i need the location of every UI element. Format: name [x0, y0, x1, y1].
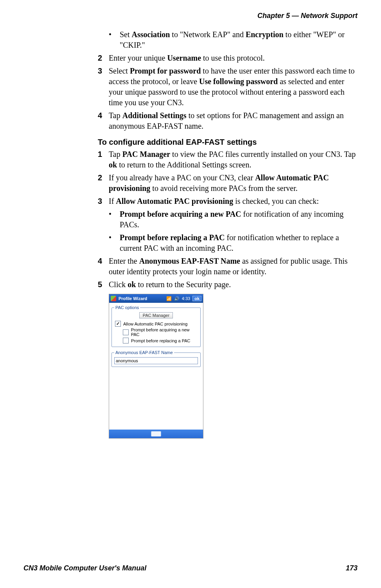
step-number: 3: [98, 196, 109, 207]
list-item: If you already have a PAC on your CN3, c…: [109, 173, 358, 194]
bullet-icon: •: [109, 232, 120, 254]
numbered-list-3: 4 Enter the Anonymous EAP-FAST Name as a…: [98, 256, 358, 290]
bullet-icon: •: [109, 29, 120, 50]
numbered-list-2: 1 Tap PAC Manager to view the PAC files …: [98, 149, 358, 207]
step-number: 5: [98, 279, 109, 290]
pac-manager-button[interactable]: PAC Manager: [139, 312, 173, 318]
list-item: Select Prompt for password to have the u…: [109, 66, 358, 108]
prompt-replace-label: Prompt before replacing a PAC: [131, 338, 190, 343]
allow-auto-pac-label: Allow Automatic PAC provisioning: [123, 322, 187, 326]
list-item: Enter the Anonymous EAP-FAST Name as ass…: [109, 256, 358, 277]
footer-manual-title: CN3 Mobile Computer User's Manual: [23, 564, 146, 572]
step-number: 4: [98, 110, 109, 131]
window-title: Profile Wizard: [119, 296, 164, 301]
list-item: Click ok to return to the Security page.: [109, 279, 358, 290]
prompt-acquire-label: Prompt before acquiring a new PAC: [131, 327, 198, 337]
sub-bullet-list: • Prompt before acquiring a new PAC for …: [109, 209, 358, 254]
speaker-icon[interactable]: 🔊: [174, 296, 180, 301]
subheading: To configure additional EAP-FAST setting…: [98, 138, 358, 147]
ok-button[interactable]: ok: [192, 296, 201, 301]
pac-options-legend: PAC options: [114, 305, 140, 310]
allow-auto-pac-checkbox[interactable]: [115, 321, 121, 327]
footer-page-number: 173: [346, 564, 358, 572]
device-screenshot: Profile Wizard 📶 🔊 4:33 ok PAC options P…: [109, 294, 203, 439]
window-titlebar: Profile Wizard 📶 🔊 4:33 ok: [109, 294, 203, 303]
clock-text: 4:33: [182, 296, 190, 301]
step-number: 4: [98, 256, 109, 277]
prompt-acquire-checkbox[interactable]: [123, 329, 129, 335]
anonymous-name-group: Anonymous EAP-FAST Name: [111, 350, 201, 367]
running-header: Chapter 5 — Network Support: [23, 12, 358, 20]
numbered-list-1: 2 Enter your unique Username to use this…: [98, 53, 358, 131]
step-number: 1: [98, 149, 109, 170]
list-item: Set Association to "Network EAP" and Enc…: [120, 29, 358, 50]
list-item: Enter your unique Username to use this p…: [109, 53, 358, 63]
step-number: 3: [98, 66, 109, 108]
list-item: Prompt before replacing a PAC for notifi…: [120, 232, 358, 254]
blank-area: [111, 370, 201, 429]
list-item: Tap PAC Manager to view the PAC files cu…: [109, 149, 358, 170]
bullet-list: • Set Association to "Network EAP" and E…: [109, 29, 358, 50]
bullet-icon: •: [109, 209, 120, 230]
list-item: Prompt before acquiring a new PAC for no…: [120, 209, 358, 230]
list-item: If Allow Automatic PAC provisioning is c…: [109, 196, 358, 207]
step-number: 2: [98, 53, 109, 63]
step-number: 2: [98, 173, 109, 194]
pac-options-group: PAC options PAC Manager Allow Automatic …: [111, 305, 201, 347]
anonymous-name-legend: Anonymous EAP-FAST Name: [114, 350, 174, 355]
list-item: Tap Additional Settings to set options f…: [109, 110, 358, 131]
prompt-replace-checkbox[interactable]: [123, 338, 129, 343]
anonymous-name-input[interactable]: [114, 357, 198, 364]
keyboard-icon[interactable]: [151, 431, 161, 437]
windows-start-icon[interactable]: [111, 296, 116, 301]
signal-icon[interactable]: 📶: [166, 296, 172, 301]
bottom-toolbar: [109, 430, 203, 438]
window-client-area: PAC options PAC Manager Allow Automatic …: [109, 303, 203, 430]
